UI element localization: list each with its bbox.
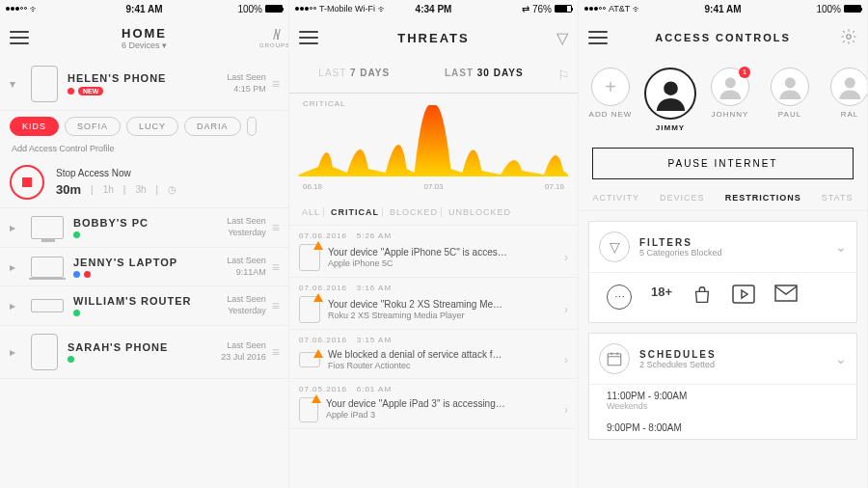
clock-icon[interactable]: ◷	[168, 184, 176, 195]
drag-handle-icon[interactable]: ≡	[272, 298, 279, 313]
device-row[interactable]: ▸ SARAH'S PHONE Last Seen23 Jul 2016 ≡	[0, 326, 288, 379]
user-paul[interactable]: PAUL	[764, 68, 816, 119]
chevron-right-icon[interactable]: ▸	[10, 299, 21, 312]
stop-access-row: Stop Access Now 30m | 1h | 3h | ◷	[0, 157, 288, 208]
drag-handle-icon[interactable]: ≡	[272, 344, 279, 360]
tab-30days[interactable]: LAST 30 DAYS	[420, 58, 550, 93]
user-jimmy[interactable]: JIMMY	[644, 68, 696, 132]
user-johnny[interactable]: 1 JOHNNY	[704, 68, 756, 119]
warning-icon	[313, 293, 323, 302]
schedules-header[interactable]: SCHEDULES2 Schedules Setted ⌄	[589, 334, 856, 385]
period-tabs: LAST 7 DAYS LAST 30 DAYS ⚐	[289, 58, 578, 94]
threat-row[interactable]: 07.06.2016 3:15 AM We blocked a denial o…	[289, 330, 578, 379]
device-row-helen[interactable]: ▾ HELEN'S PHONE NEW Last Seen4:15 PM ≡	[0, 58, 288, 111]
mail-icon[interactable]	[774, 285, 798, 311]
chip-daria[interactable]: DARIA	[184, 117, 241, 136]
threat-row[interactable]: 07.05.2016 6:01 AM Your device "Apple iP…	[289, 379, 578, 429]
section-tabs: ACTIVITY DEVICES RESTRICTIONS STATS	[579, 185, 867, 211]
menu-icon[interactable]	[588, 31, 608, 44]
device-row[interactable]: ▸ JENNY'S LAPTOP Last Seen9:11AM ≡	[0, 248, 288, 286]
shopping-icon[interactable]	[692, 285, 713, 311]
user-add new[interactable]: + ADD NEW	[584, 68, 637, 119]
threat-row[interactable]: 07.06.2016 3:16 AM Your device "Roku 2 X…	[289, 278, 578, 330]
svg-point-3	[784, 77, 795, 88]
chip-kids[interactable]: KIDS	[10, 117, 59, 136]
device-icon	[299, 352, 320, 367]
filter-icon[interactable]: ▽	[549, 29, 568, 47]
menu-icon[interactable]	[299, 31, 318, 44]
warning-icon	[313, 349, 323, 358]
carrier-label: AT&T	[609, 4, 630, 14]
wifi-icon: ᯤ	[378, 4, 388, 14]
svg-point-2	[724, 77, 735, 88]
chevron-down-icon[interactable]: ▾	[10, 77, 21, 91]
video-icon[interactable]	[732, 285, 755, 311]
chevron-right-icon[interactable]: ▸	[10, 221, 21, 234]
filters-card: ▽ FILTERS5 Categories Blocked ⌄ ⋯ 18+	[588, 221, 857, 323]
chevron-right-icon[interactable]: ▸	[10, 345, 21, 359]
phone-icon	[31, 66, 58, 102]
chevron-right-icon: ›	[564, 251, 568, 264]
duration-3h[interactable]: 3h	[135, 184, 146, 195]
chevron-right-icon[interactable]: ▸	[10, 260, 21, 274]
profile-chips: KIDS SOFIA LUCY DARIA	[0, 111, 288, 140]
tab-restrictions[interactable]: RESTRICTIONS	[725, 193, 801, 203]
duration-1h[interactable]: 1h	[103, 184, 114, 195]
warning-icon	[312, 394, 321, 403]
chip-lucy[interactable]: LUCY	[126, 117, 178, 136]
wifi-icon: ᯤ	[30, 4, 40, 14]
chip-sofia[interactable]: SOFIA	[65, 117, 121, 136]
notification-badge: 1	[739, 67, 750, 78]
svg-rect-5	[733, 285, 754, 303]
tab-devices[interactable]: DEVICES	[660, 193, 705, 203]
more-icon[interactable]: ⋯	[607, 285, 632, 310]
new-badge: NEW	[78, 87, 103, 95]
filters-header[interactable]: ▽ FILTERS5 Categories Blocked ⌄	[589, 222, 856, 273]
schedule-item[interactable]: 11:00PM - 9:00AMWeekends	[589, 385, 856, 417]
tab-activity[interactable]: ACTIVITY	[593, 193, 640, 203]
filter-blocked[interactable]: BLOCKED	[387, 207, 442, 217]
screen-threats: T-Mobile Wi-Fiᯤ 4:34 PM ⇄76% THREATS ▽ L…	[289, 0, 579, 488]
user-carousel[interactable]: + ADD NEW JIMMY 1 JOHNNY PAUL RAL	[579, 58, 867, 142]
svg-point-0	[847, 35, 852, 40]
device-row[interactable]: ▸ BOBBY'S PC Last SeenYesterday ≡	[0, 208, 288, 248]
tab-stats[interactable]: STATS	[822, 193, 854, 203]
avatar: +	[591, 68, 630, 106]
threats-chart: CRITICAL 06.18 07.03 07.18	[289, 94, 578, 200]
tab-7days[interactable]: LAST 7 DAYS	[289, 58, 420, 93]
screen-access-controls: AT&Tᯤ 9:41 AM 100% ACCESS CONTROLS + ADD…	[579, 0, 868, 488]
header-title: HOME	[29, 26, 259, 41]
duration-30m[interactable]: 30m	[56, 182, 81, 197]
chevron-down-icon: ⌄	[835, 239, 847, 255]
user-ral[interactable]: RAL	[824, 68, 867, 119]
schedule-item[interactable]: 9:00PM - 8:00AM	[589, 417, 856, 439]
chevron-right-icon: ›	[564, 403, 568, 417]
stop-button[interactable]	[10, 165, 44, 200]
app-header: ACCESS CONTROLS	[579, 17, 867, 58]
drag-handle-icon[interactable]: ≡	[272, 220, 279, 235]
filter-unblocked[interactable]: UNBLOCKED	[446, 207, 514, 217]
filter-all[interactable]: ALL	[299, 207, 324, 217]
threat-row[interactable]: 07.06.2016 5:26 AM Your device "Apple iP…	[289, 226, 578, 278]
category-icons: ⋯ 18+	[589, 273, 856, 322]
chevron-right-icon: ›	[564, 353, 568, 366]
drag-handle-icon[interactable]: ≡	[272, 259, 279, 275]
drag-handle-icon[interactable]: ≡	[272, 76, 279, 92]
svg-point-1	[664, 81, 678, 95]
filter-critical[interactable]: CRITICAL	[328, 207, 383, 217]
app-header: THREATS ▽	[289, 17, 578, 58]
add-profile-link[interactable]: Add Access Control Profile	[0, 140, 288, 157]
pause-internet-button[interactable]: PAUSE INTERNET	[592, 148, 854, 179]
status-bar: AT&Tᯤ 9:41 AM 100%	[579, 0, 867, 17]
flag-icon[interactable]: ⚐	[549, 58, 578, 93]
device-icon	[299, 296, 320, 323]
chevron-down-icon: ⌄	[835, 351, 847, 366]
gear-icon[interactable]	[838, 28, 857, 47]
device-row[interactable]: ▸ WILLIAM'S ROUTER Last SeenYesterday ≡	[0, 286, 288, 325]
chevron-right-icon: ›	[564, 303, 568, 316]
avatar: 1	[711, 68, 749, 106]
menu-icon[interactable]	[10, 31, 29, 44]
header-subtitle[interactable]: 6 Devices ▾	[29, 41, 259, 50]
adult-icon[interactable]: 18+	[651, 285, 672, 311]
groups-button[interactable]: /\/GROUPS	[259, 27, 279, 48]
